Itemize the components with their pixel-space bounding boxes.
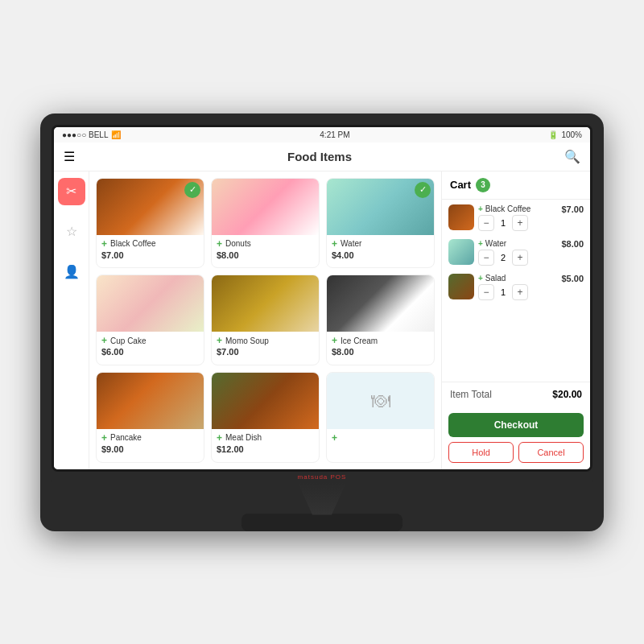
add-icon-9: + [332, 432, 337, 444]
stand-neck [274, 483, 370, 515]
check-badge-3: ✓ [415, 182, 431, 198]
cart-add-icon-1: + [478, 204, 483, 213]
cart-item-price-1: $7.00 [561, 204, 584, 214]
food-price-8: $12.00 [217, 444, 314, 454]
add-icon-4: + [101, 335, 107, 346]
cart-item-name-3: Salad [485, 274, 506, 283]
food-card-8[interactable]: + Meat Dish $12.00 [211, 372, 320, 463]
qty-plus-2[interactable]: + [512, 250, 528, 266]
status-right: 🔋 100% [548, 130, 582, 139]
cart-title: Cart [450, 179, 471, 191]
status-bar: ●●●○○ BELL 📶 4:21 PM 🔋 100% [54, 127, 590, 142]
qty-val-1: 1 [497, 218, 509, 228]
qty-val-2: 2 [497, 253, 509, 262]
food-name-8: Meat Dish [225, 433, 262, 442]
qty-minus-3[interactable]: − [478, 284, 494, 300]
cart-item-1: + Black Coffee − 1 + [448, 204, 584, 231]
food-card-3[interactable]: ✓ + Water $4.00 [326, 178, 435, 269]
food-card-4[interactable]: + Cup Cake $6.00 [96, 275, 204, 365]
food-name-5: Momo Soup [225, 336, 269, 345]
signal-indicator: ●●●○○ BELL [62, 130, 108, 139]
search-icon[interactable]: 🔍 [564, 149, 580, 164]
food-card-5[interactable]: + Momo Soup $7.00 [211, 275, 320, 365]
cart-items: + Black Coffee − 1 + [442, 200, 590, 382]
food-price-1: $7.00 [101, 250, 199, 260]
food-name-7: Pancake [110, 433, 142, 442]
food-card-1[interactable]: ✓ + Black Coffee $7.00 [96, 178, 204, 269]
add-icon-1: + [101, 238, 107, 250]
wifi-icon: 📶 [111, 130, 121, 139]
add-icon-5: + [217, 335, 222, 346]
battery-icon: 🔋 [548, 130, 558, 139]
monitor-outer: ●●●○○ BELL 📶 4:21 PM 🔋 100% ☰ Food Items… [40, 114, 604, 531]
screen-bezel: ●●●○○ BELL 📶 4:21 PM 🔋 100% ☰ Food Items… [52, 125, 592, 472]
cart-item-img-3 [448, 274, 474, 299]
add-icon-2: + [217, 238, 222, 250]
cart-item-3: + Salad − 1 + [448, 274, 584, 300]
food-price-5: $7.00 [217, 347, 314, 357]
cart-item-img-1 [448, 204, 474, 230]
cart-item-name-1: Black Coffee [485, 204, 531, 213]
food-card-7[interactable]: + Pancake $9.00 [96, 372, 204, 463]
food-price-4: $6.00 [101, 347, 199, 357]
food-grid: ✓ + Black Coffee $7.00 [89, 171, 441, 469]
stand-base [242, 514, 402, 531]
sidebar: ✂ ☆ 👤 [54, 171, 89, 469]
food-price-3: $4.00 [332, 250, 429, 260]
food-name-1: Black Coffee [110, 239, 156, 248]
cart-header: Cart 3 [442, 171, 590, 200]
food-card-6[interactable]: + Ice Cream $8.00 [326, 275, 435, 365]
qty-minus-1[interactable]: − [478, 215, 494, 231]
add-icon-6: + [332, 335, 337, 346]
cart-total: Item Total $20.00 [442, 382, 590, 407]
food-card-9[interactable]: 🍽 + [326, 372, 435, 463]
status-left: ●●●○○ BELL 📶 [62, 130, 121, 139]
app-header: ☰ Food Items 🔍 [54, 142, 590, 171]
qty-plus-1[interactable]: + [512, 215, 528, 231]
cart-item-price-3: $5.00 [561, 274, 584, 283]
cart-item-2: + Water − 2 + [448, 239, 584, 266]
app-body: ✂ ☆ 👤 ✓ + Bla [54, 171, 590, 469]
food-price-7: $9.00 [101, 444, 199, 454]
food-placeholder-img: 🍽 [327, 373, 434, 429]
status-time: 4:21 PM [320, 130, 349, 139]
cart-add-icon-2: + [478, 239, 483, 248]
add-icon-8: + [217, 432, 222, 444]
cart-panel: Cart 3 + [441, 171, 590, 469]
cancel-button[interactable]: Cancel [518, 442, 584, 463]
food-name-2: Donuts [225, 239, 251, 248]
menu-icon[interactable]: ☰ [64, 149, 75, 164]
food-price-2: $8.00 [217, 250, 314, 260]
add-icon-7: + [101, 432, 107, 444]
qty-plus-3[interactable]: + [512, 284, 528, 300]
qty-val-3: 1 [497, 287, 509, 297]
cart-total-value: $20.00 [552, 389, 582, 400]
page-title: Food Items [287, 150, 352, 163]
food-name-3: Water [341, 239, 361, 248]
hold-button[interactable]: Hold [448, 442, 514, 463]
check-badge-1: ✓ [184, 182, 200, 198]
cart-total-label: Item Total [450, 389, 492, 400]
battery-label: 100% [561, 130, 582, 139]
sidebar-item-person[interactable]: 👤 [58, 258, 85, 286]
checkout-button[interactable]: Checkout [448, 413, 584, 437]
brand-label: matsuda POS [298, 473, 347, 481]
food-price-6: $8.00 [332, 347, 429, 357]
monitor-bottom-bar: matsuda POS [52, 472, 592, 483]
cart-actions: Checkout Hold Cancel [442, 407, 590, 469]
sidebar-item-star[interactable]: ☆ [58, 218, 85, 246]
qty-minus-2[interactable]: − [478, 250, 494, 266]
food-card-2[interactable]: + Donuts $8.00 [211, 178, 320, 269]
cart-add-icon-3: + [478, 274, 483, 283]
screen: ●●●○○ BELL 📶 4:21 PM 🔋 100% ☰ Food Items… [54, 127, 590, 469]
add-icon-3: + [332, 238, 337, 250]
cart-item-name-2: Water [485, 239, 506, 248]
cart-item-price-2: $8.00 [561, 239, 584, 249]
sidebar-item-scissors[interactable]: ✂ [58, 178, 85, 205]
action-buttons: Hold Cancel [448, 442, 584, 463]
cart-badge: 3 [476, 178, 490, 192]
food-name-6: Ice Cream [341, 336, 378, 345]
cart-item-img-2 [448, 239, 474, 265]
food-name-4: Cup Cake [110, 336, 146, 345]
